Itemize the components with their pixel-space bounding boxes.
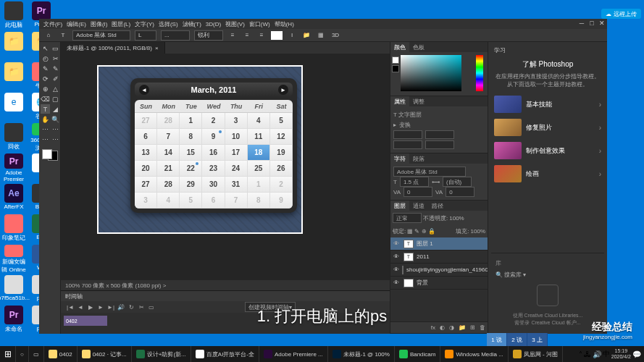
calendar-cell[interactable]: 6 — [202, 193, 225, 209]
desktop-icon[interactable]: 回收 — [1, 123, 26, 152]
tl-audio-icon[interactable]: 🔊 — [117, 303, 125, 311]
calendar-cell[interactable]: 17 — [225, 145, 248, 161]
calendar-cell[interactable]: 19 — [270, 145, 293, 161]
tool-button[interactable]: ▢ — [51, 94, 60, 104]
calendar-cell[interactable]: 3 — [225, 113, 248, 129]
calendar-cell[interactable]: 7 — [157, 129, 180, 145]
desktop-icon[interactable]: Pr未命名 — [1, 306, 26, 334]
canvas-area[interactable]: ◄ March, 2011 ► SunMonTueWedThuFriSat272… — [61, 54, 390, 280]
page-tab[interactable]: 3 上 — [527, 333, 548, 346]
lib-search-label[interactable]: 🔍 搜索库 ▾ — [495, 271, 600, 279]
search-button[interactable]: ○ — [16, 346, 29, 362]
bg-chip[interactable] — [392, 65, 399, 72]
calendar-cell[interactable]: 8 — [180, 129, 202, 145]
hue-slider[interactable] — [476, 55, 483, 91]
layer-adj-icon[interactable]: ◑ — [449, 324, 454, 331]
maximize-button[interactable]: □ — [587, 19, 597, 28]
tool-button[interactable]: ⟳ — [41, 74, 50, 83]
desktop-icon[interactable]: e — [1, 93, 26, 122]
tool-button[interactable]: ⊕ — [41, 84, 50, 93]
tool-preset-icon[interactable]: T — [58, 30, 68, 41]
calendar-cell[interactable]: 27 — [135, 113, 157, 129]
tool-button[interactable]: 🔍 — [51, 114, 60, 124]
warp-text-icon[interactable]: I — [287, 30, 297, 41]
char-leading-input[interactable]: (自动) — [443, 177, 472, 187]
menu-item[interactable]: 文件(F) — [42, 20, 64, 28]
fill-value[interactable]: 100% — [471, 228, 485, 235]
menu-item[interactable]: 选择(S) — [157, 20, 180, 28]
timeline-tab[interactable]: 时间轴 — [61, 291, 390, 301]
menu-item[interactable]: 窗口(W) — [248, 20, 272, 28]
calendar-cell[interactable]: 3 — [135, 193, 157, 209]
calendar-cell[interactable]: 6 — [135, 129, 157, 145]
tl-play-icon[interactable]: ▶ — [87, 303, 94, 311]
fg-chip[interactable] — [392, 56, 399, 64]
tool-button[interactable]: ✎ — [41, 64, 50, 73]
tl-last-icon[interactable]: ►| — [107, 303, 114, 311]
tray-net-icon[interactable]: 🖧 — [584, 350, 591, 358]
calendar-cell[interactable]: 12 — [270, 129, 293, 145]
calendar-prev-button[interactable]: ◄ — [139, 85, 149, 95]
calendar-cell[interactable]: 4 — [157, 193, 180, 209]
desktop-icon[interactable]: 📁 — [1, 62, 26, 91]
tool-button[interactable]: ⌫ — [41, 94, 50, 104]
blend-mode-select[interactable]: 正常 — [393, 213, 422, 223]
tool-button[interactable]: ⋯ — [41, 125, 50, 134]
calendar-cell[interactable]: 30 — [202, 177, 225, 193]
char-size-input[interactable]: 1.5 点 — [400, 177, 429, 187]
fg-bg-colors[interactable] — [41, 148, 59, 162]
taskbar-app[interactable]: 0402 · 记事... — [78, 346, 132, 362]
calendar-cell[interactable]: 8 — [248, 193, 270, 209]
calendar-cell[interactable]: 9 — [202, 129, 225, 145]
color-tab[interactable]: 颜色 — [390, 42, 409, 52]
tool-button[interactable]: ✐ — [51, 74, 60, 83]
menu-item[interactable]: 图像(I) — [89, 20, 109, 28]
timeline-clip[interactable]: 0402 — [64, 316, 107, 326]
page-tab[interactable]: 2 说 — [507, 333, 527, 346]
calendar-cell[interactable]: 15 — [180, 145, 202, 161]
calendar-cell[interactable]: 5 — [270, 113, 293, 129]
calendar-cell[interactable]: 11 — [248, 129, 270, 145]
tray-up-icon[interactable]: ˄ — [579, 350, 582, 358]
paths-tab[interactable]: 路径 — [428, 201, 447, 211]
calendar-cell[interactable]: 24 — [225, 161, 248, 177]
tl-loop-icon[interactable]: ↻ — [127, 303, 135, 311]
properties-tab[interactable]: 属性 — [390, 96, 409, 106]
calendar-cell[interactable]: 27 — [135, 177, 157, 193]
desktop-icon[interactable]: 印象笔记 — [1, 214, 26, 243]
align-center-icon[interactable]: ≡ — [242, 30, 252, 41]
menu-item[interactable]: 文字(Y) — [133, 20, 156, 28]
tray-vol-icon[interactable]: 🔊 — [593, 350, 601, 358]
y-input[interactable] — [425, 130, 454, 139]
libraries-tab[interactable]: 库 — [495, 258, 600, 268]
desktop-icon[interactable]: 新编女编辑 Online — [1, 245, 26, 274]
calendar-cell[interactable]: 1 — [180, 113, 202, 129]
align-right-icon[interactable]: ≡ — [256, 30, 267, 41]
menu-item[interactable]: 滤镜(T) — [181, 20, 203, 28]
tool-button[interactable]: ✋ — [41, 114, 50, 124]
visibility-icon[interactable]: 👁 — [393, 266, 399, 273]
tl-next-icon[interactable]: ► — [97, 303, 104, 311]
desktop-icon[interactable]: PrAdobe Premier — [1, 153, 26, 182]
x-input[interactable] — [393, 130, 422, 139]
layers-tab[interactable]: 图层 — [390, 201, 409, 211]
taskbar-app[interactable]: Windows Media ... — [440, 346, 508, 362]
desktop-icon[interactable]: AeAfterFX — [1, 184, 26, 213]
calendar-cell[interactable]: 9 — [270, 193, 293, 209]
char-kerning-input[interactable]: 0 — [446, 187, 474, 197]
remote-badge[interactable]: ☁ 远程上传 — [601, 9, 641, 19]
learn-item[interactable]: 基本技能› — [491, 94, 604, 114]
visibility-icon[interactable]: 👁 — [393, 253, 401, 260]
calendar-cell[interactable]: 31 — [225, 177, 248, 193]
tool-button[interactable]: ◢ — [51, 104, 60, 114]
panel-icon[interactable]: ▦ — [316, 30, 326, 41]
swatches-tab[interactable]: 色板 — [409, 42, 428, 52]
taskbar-app[interactable]: 百度AI开放平台-全 — [191, 346, 259, 362]
calendar-cell[interactable]: 28 — [157, 177, 180, 193]
taskbar-app[interactable]: 凤凰网 - 河图 — [509, 346, 563, 362]
home-icon[interactable]: ⌂ — [43, 30, 54, 41]
desktop-icon[interactable]: 📁 — [1, 32, 26, 61]
taskbar-app[interactable]: 未标题-1 @ 100% — [328, 346, 395, 362]
calendar-cell[interactable]: 14 — [157, 145, 180, 161]
calendar-cell[interactable]: 4 — [248, 113, 270, 129]
